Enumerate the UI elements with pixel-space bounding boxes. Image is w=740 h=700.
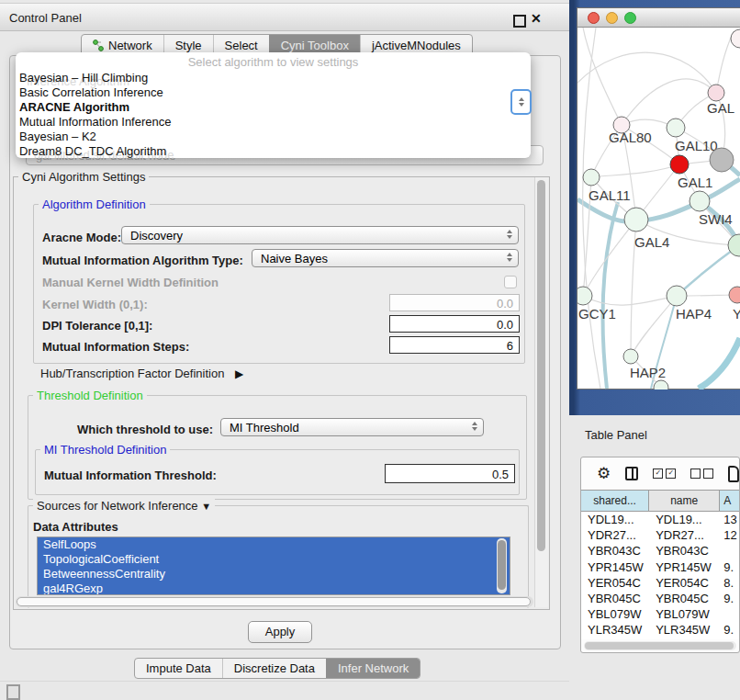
tab-infer-network[interactable]: Infer Network: [326, 659, 420, 678]
table-cell: YBR043C: [581, 544, 649, 558]
network-node-hap2[interactable]: [623, 349, 638, 364]
table-cell: YBR045C: [649, 592, 720, 605]
tab-impute-data[interactable]: Impute Data: [135, 659, 222, 678]
close-icon[interactable]: ✕: [531, 11, 542, 26]
hub-definition-label: Hub/Transcription Factor Definition: [40, 367, 224, 380]
manual-kernel-checkbox[interactable]: [504, 276, 517, 288]
zoom-traffic-icon[interactable]: [624, 12, 636, 24]
dpi-tolerance-field[interactable]: 0.0: [389, 315, 520, 333]
table-row[interactable]: YER054CYER054C8.: [581, 575, 739, 591]
dpi-tolerance-label: DPI Tolerance [0,1]:: [42, 319, 152, 333]
data-attributes-list[interactable]: SelfLoopsTopologicalCoefficientBetweenne…: [37, 536, 510, 595]
network-node[interactable]: [731, 29, 740, 48]
settings-horizontal-scrollbar[interactable]: [16, 596, 533, 607]
bottom-tabbar: Impute Data Discretize Data Infer Networ…: [134, 658, 420, 679]
network-window-titlebar[interactable]: [577, 8, 740, 28]
network-node-gal[interactable]: [708, 85, 724, 101]
float-window-icon[interactable]: [513, 15, 526, 28]
mi-threshold-field[interactable]: 0.5: [385, 464, 515, 483]
kernel-width-label: Kernel Width (0,1):: [42, 298, 148, 311]
algorithm-option[interactable]: ARACNE Algorithm: [16, 100, 531, 115]
table-row[interactable]: YLR345WYLR345W9.: [581, 622, 739, 638]
network-node-gal11[interactable]: [583, 169, 600, 186]
network-node-y[interactable]: [729, 287, 740, 303]
aracne-mode-combobox[interactable]: Discovery: [121, 226, 519, 244]
minimize-traffic-icon[interactable]: [606, 12, 618, 24]
network-node-swi4[interactable]: [690, 191, 710, 211]
table-row[interactable]: YDL19...YDL19...13: [581, 512, 739, 527]
apply-button[interactable]: Apply: [248, 621, 312, 643]
table-cell: YBR045C: [581, 592, 649, 605]
spinner-up-icon: [519, 97, 524, 101]
hub-definition-toggle[interactable]: Hub/Transcription Factor Definition ▶: [40, 367, 243, 380]
gear-icon[interactable]: ⚙: [597, 466, 611, 481]
algorithm-option[interactable]: Bayesian – K2: [16, 130, 531, 144]
algorithm-prompt: Select algorithm to view settings: [16, 55, 531, 69]
mi-type-combobox[interactable]: Naive Bayes: [252, 249, 519, 267]
network-node-hap4[interactable]: [667, 286, 687, 306]
network-node[interactable]: [710, 148, 734, 172]
table-cell: 9.: [720, 592, 739, 605]
algorithm-combobox-focus[interactable]: [510, 89, 532, 115]
algorithm-option[interactable]: Mutual Information Inference: [16, 115, 531, 130]
mi-steps-field[interactable]: 6: [389, 336, 520, 354]
table-horizontal-scrollbar[interactable]: [584, 641, 736, 650]
columns-icon[interactable]: [625, 467, 638, 480]
new-table-icon[interactable]: [728, 466, 739, 482]
grip-icon[interactable]: [6, 684, 20, 700]
network-graph: GALGAL80GAL10GAL1GAL11SWI4GAL4GCY1HAP4YH…: [577, 28, 740, 390]
attribute-item[interactable]: SelfLoops: [38, 537, 510, 552]
scrollbar-thumb[interactable]: [585, 642, 734, 649]
table-row[interactable]: YBR045CYBR045C9.: [581, 591, 739, 606]
checked-checkbox-icon: ✓: [653, 469, 663, 479]
sources-legend-label: Sources for Network Inference: [37, 499, 198, 513]
network-node-gcy1[interactable]: [577, 287, 592, 305]
mi-steps-label: Mutual Information Steps:: [42, 340, 189, 354]
column-header-name[interactable]: name: [649, 490, 720, 512]
which-threshold-combobox[interactable]: MI Threshold: [220, 418, 484, 436]
algorithm-option[interactable]: Basic Correlation Inference: [16, 85, 531, 100]
scrollbar-thumb[interactable]: [537, 180, 545, 551]
aracne-mode-label: Aracne Mode:: [42, 231, 121, 244]
attribute-item[interactable]: gal4RGexp: [38, 581, 510, 595]
settings-vertical-scrollbar[interactable]: [534, 177, 548, 607]
column-header-shared-name[interactable]: shared...: [581, 490, 649, 512]
network-node-gal1[interactable]: [670, 155, 689, 174]
which-threshold-value: MI Threshold: [230, 421, 299, 435]
attribute-item[interactable]: TopologicalCoefficient: [38, 552, 510, 567]
network-canvas[interactable]: GALGAL80GAL10GAL1GAL11SWI4GAL4GCY1HAP4YH…: [577, 28, 740, 390]
table-row[interactable]: YPR145WYPR145W9.: [581, 559, 739, 575]
sources-legend[interactable]: Sources for Network Inference ▼: [33, 499, 215, 513]
tab-label: Impute Data: [146, 661, 211, 675]
table-row[interactable]: YBR043CYBR043C: [581, 543, 739, 559]
combo-stepper-icon: [507, 230, 512, 239]
mi-threshold-label: Mutual Information Threshold:: [44, 469, 217, 482]
network-node-gal4[interactable]: [624, 208, 648, 231]
node-label: HAP2: [630, 365, 666, 380]
node-label: GAL10: [675, 138, 718, 153]
threshold-definition-legend: Threshold Definition: [33, 389, 147, 402]
tab-discretize-data[interactable]: Discretize Data: [222, 659, 326, 678]
select-all-checkboxes-icon[interactable]: ✓ ✓: [653, 469, 676, 479]
network-node-gal10[interactable]: [667, 119, 685, 137]
algorithm-option[interactable]: Dream8 DC_TDC Algorithm: [16, 144, 531, 158]
tab-label: Select: [225, 39, 258, 52]
node-label: HAP4: [676, 306, 712, 322]
table-row[interactable]: YIL052CYIL052C9.: [581, 638, 739, 640]
close-traffic-icon[interactable]: [588, 12, 600, 24]
table-cell: YPR145W: [649, 560, 720, 574]
table-cell: YPR145W: [581, 560, 649, 574]
attributes-vertical-scrollbar[interactable]: [497, 538, 507, 593]
combo-stepper-icon: [472, 422, 477, 431]
scrollbar-thumb[interactable]: [17, 597, 531, 606]
kernel-width-field[interactable]: 0.0: [389, 294, 520, 311]
table-row[interactable]: YBL079WYBL079W: [581, 606, 739, 622]
deselect-all-checkboxes-icon[interactable]: [690, 469, 713, 479]
table-row[interactable]: YDR27...YDR27...12: [581, 527, 739, 543]
column-header-clipped[interactable]: A: [720, 490, 739, 512]
control-panel-title: Control Panel: [9, 11, 82, 25]
algorithm-option[interactable]: Bayesian – Hill Climbing: [16, 71, 531, 85]
scrollbar-thumb[interactable]: [498, 540, 506, 590]
attribute-item[interactable]: BetweennessCentrality: [38, 567, 510, 581]
table-body: YDL19...YDL19...13YDR27...YDR27...12YBR0…: [581, 512, 739, 639]
